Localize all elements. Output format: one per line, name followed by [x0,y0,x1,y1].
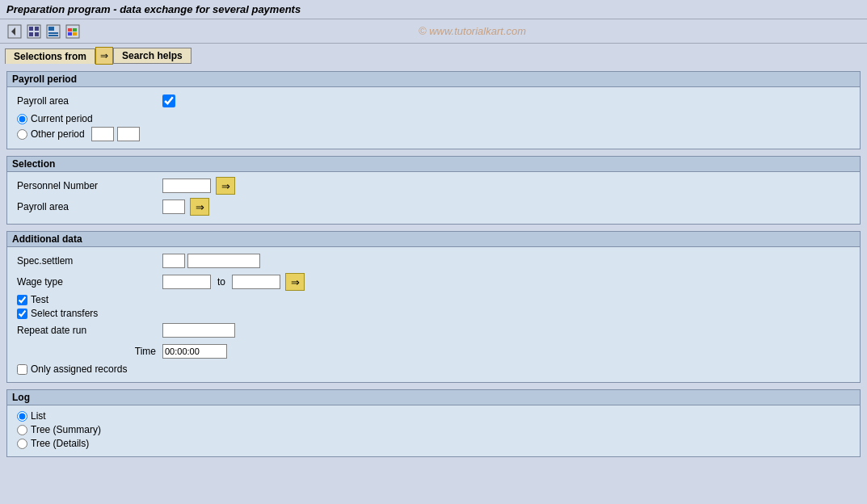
only-assigned-records-checkbox[interactable] [17,364,27,375]
log-tree-summary-row: Tree (Summary) [17,424,850,435]
payroll-area-row: Payroll area [17,92,850,110]
svg-rect-12 [68,28,72,32]
select-transfers-label: Select transfers [31,308,98,319]
svg-rect-15 [73,32,77,36]
wage-type-to-input[interactable] [232,275,280,289]
wage-type-row: Wage type to ⇒ [17,273,850,291]
wage-type-input[interactable] [162,275,211,289]
current-period-radio[interactable] [17,114,27,124]
test-row: Test [17,294,850,305]
tab-search-helps[interactable]: Search helps [113,48,191,64]
svg-rect-4 [35,27,39,31]
menu-icon[interactable] [65,23,81,40]
test-checkbox[interactable] [17,295,27,305]
select-transfers-checkbox[interactable] [17,309,27,319]
log-body: List Tree (Summary) Tree (Details) [7,405,860,456]
svg-rect-10 [48,35,58,36]
title-bar: Preparation program - data exchange for … [0,0,867,19]
svg-rect-6 [35,32,39,36]
other-period-radio[interactable] [17,129,27,140]
grid-icon[interactable] [26,23,42,40]
back-icon[interactable] [6,23,23,40]
other-period-label: Other period [31,128,85,140]
log-tree-details-label: Tree (Details) [31,438,89,449]
payroll-period-header: Payroll period [7,72,860,87]
payroll-area-label: Payroll area [17,95,162,107]
log-tree-summary-radio[interactable] [17,425,27,435]
tab-selections-from[interactable]: Selections from [5,48,95,64]
selection-payroll-area-label: Payroll area [17,201,162,212]
current-period-label: Current period [31,113,93,124]
app-title: Preparation program - data exchange for … [6,3,301,15]
log-tree-details-radio[interactable] [17,439,27,449]
log-list-radio[interactable] [17,411,27,422]
spec-settlem-input1[interactable] [162,254,185,268]
log-tree-details-row: Tree (Details) [17,438,850,449]
tab-bar: Selections from ⇒ Search helps [0,44,867,68]
repeat-date-run-row: Repeat date run [17,321,850,339]
selection-body: Personnel Number ⇒ Payroll area ⇒ [7,172,860,224]
svg-rect-9 [48,32,58,34]
selection-payroll-area-row: Payroll area ⇒ [17,198,850,216]
time-label: Time [17,346,162,357]
other-period-row: Other period [17,127,850,141]
info-icon[interactable] [45,23,61,40]
select-transfers-row: Select transfers [17,308,850,319]
additional-data-section: Additional data Spec.settlem Wage type t… [6,231,861,383]
svg-rect-5 [29,32,33,36]
log-list-row: List [17,410,850,422]
additional-data-header: Additional data [7,232,860,247]
tab-arrow-icon[interactable]: ⇒ [95,47,113,65]
test-label: Test [31,294,48,305]
repeat-date-run-input[interactable] [162,323,235,338]
payroll-period-section: Payroll period Payroll area Current peri… [6,71,861,149]
spec-settlem-row: Spec.settlem [17,252,850,270]
other-period-input1[interactable] [91,127,114,141]
wage-type-nav-btn[interactable]: ⇒ [285,273,305,291]
payroll-area-checkbox[interactable] [162,94,175,107]
personnel-number-nav-btn[interactable]: ⇒ [216,177,235,195]
current-period-row: Current period [17,113,850,124]
personnel-number-label: Personnel Number [17,180,162,191]
only-assigned-records-label: Only assigned records [31,363,127,375]
time-input[interactable] [162,344,227,359]
wage-type-label: Wage type [17,276,162,288]
time-row: Time [17,342,850,360]
selection-payroll-area-nav-btn[interactable]: ⇒ [190,198,209,216]
payroll-period-body: Payroll area Current period Other period [7,87,860,149]
svg-rect-8 [48,27,54,31]
personnel-number-row: Personnel Number ⇒ [17,177,850,195]
log-tree-summary-label: Tree (Summary) [31,424,101,435]
selection-header: Selection [7,157,860,172]
repeat-date-run-label: Repeat date run [17,325,162,336]
other-period-input2[interactable] [117,127,140,141]
additional-data-body: Spec.settlem Wage type to ⇒ Test Select … [7,247,860,382]
main-content: Payroll period Payroll area Current peri… [0,68,867,499]
watermark: © www.tutorialkart.com [84,25,861,37]
only-assigned-records-row: Only assigned records [17,363,850,375]
svg-rect-3 [29,27,33,31]
log-header: Log [7,390,860,405]
selection-section: Selection Personnel Number ⇒ Payroll are… [6,156,861,225]
log-section: Log List Tree (Summary) Tree (Details) [6,389,861,457]
spec-settlem-label: Spec.settlem [17,255,162,267]
toolbar: © www.tutorialkart.com [0,19,867,44]
spec-settlem-input2[interactable] [187,254,260,268]
svg-rect-13 [73,28,77,32]
personnel-number-input[interactable] [162,178,211,193]
selection-payroll-area-input[interactable] [162,200,185,214]
svg-rect-14 [68,32,72,36]
log-list-label: List [31,410,46,422]
to-label: to [217,276,225,288]
